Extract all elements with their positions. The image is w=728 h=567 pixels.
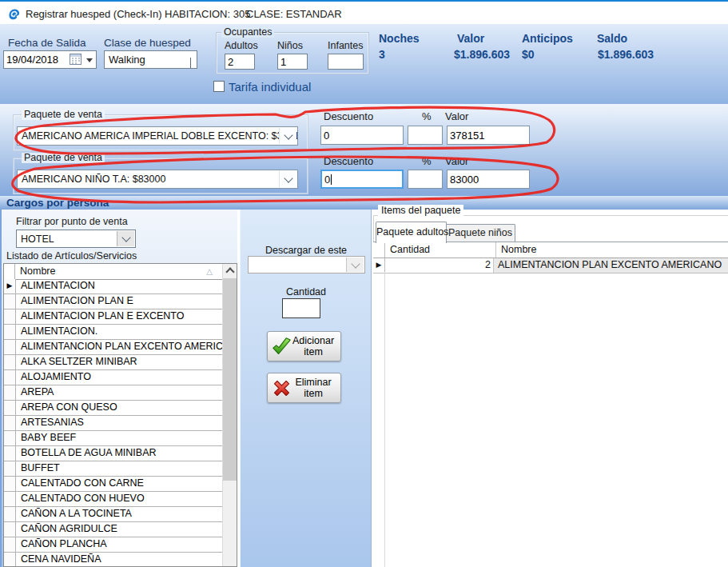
clase-huesped-select[interactable]: Walking — [104, 50, 197, 69]
list-item[interactable]: ▶ALIMENTACION — [4, 279, 223, 294]
paquete-venta-value-2: AMERICANO NIÑO T.A: $83000 — [22, 174, 165, 185]
tarifa-individual-checkbox[interactable] — [213, 81, 225, 92]
cantidad-column-header[interactable]: Cantidad — [385, 242, 496, 258]
tab-paquete-adultos[interactable]: Paquete adultos — [376, 222, 447, 243]
valor-label: Valor — [457, 32, 484, 45]
list-item[interactable]: BABY BEEF — [4, 431, 223, 446]
list-item-label: ALKA SELTZER MINIBAR — [16, 355, 223, 369]
list-item[interactable]: ALKA SELTZER MINIBAR — [4, 355, 223, 370]
descuento-input-2[interactable]: 0 — [320, 170, 404, 189]
list-item[interactable]: CENA NAVIDEÑA — [4, 553, 223, 566]
scrollbar-up-button[interactable] — [223, 264, 237, 278]
list-item[interactable]: ALIMENTACION PLAN E EXCENTO — [4, 309, 223, 325]
list-item[interactable]: AREPA CON QUESO — [4, 401, 223, 416]
paquete-venta-caption-2: Paquete de venta — [22, 153, 105, 163]
list-item[interactable]: CAÑON PLANCHA — [4, 537, 223, 553]
list-item[interactable]: ALIMENTANCION PLAN EXCENTO AMERICANO — [4, 340, 223, 355]
chevron-down-icon[interactable] — [279, 128, 296, 144]
ninos-input[interactable] — [277, 54, 308, 70]
punto-venta-value: HOTEL — [21, 234, 54, 245]
paquete-venta-select-1[interactable]: AMERICANO AMERICA IMPERIAL DOBLE EXCENTO… — [17, 126, 298, 146]
list-item-label: CAÑON AGRIDULCE — [16, 522, 223, 537]
sort-ascending-icon[interactable]: △ — [206, 267, 213, 276]
list-item[interactable]: BUFFET — [4, 461, 223, 477]
adultos-input[interactable] — [225, 54, 255, 70]
valor-label-2: Valor — [445, 155, 468, 167]
list-item[interactable]: AREPA — [4, 385, 223, 401]
cantidad-input[interactable] — [282, 298, 320, 318]
list-item-label: ALIMENTANCION PLAN EXCENTO AMERICANO — [16, 340, 223, 354]
eliminar-item-label: Eliminar item — [292, 377, 334, 399]
list-item-label: CAÑON PLANCHA — [16, 537, 223, 552]
noches-value: 3 — [379, 48, 385, 61]
articulos-list-header[interactable]: Nombre △ — [4, 264, 223, 280]
pct-label-1: % — [422, 110, 432, 122]
top-form-section: Fecha de Salida 19/04/2018 Clase de hues… — [0, 24, 728, 104]
row-selector — [4, 340, 16, 354]
row-selector — [4, 507, 16, 521]
valor-input-1[interactable] — [447, 126, 530, 145]
descuento-label-1: Descuento — [324, 110, 373, 122]
chevron-down-icon[interactable] — [117, 231, 134, 246]
articulos-panel: Filtrar por punto de venta HOTEL Listado… — [0, 210, 237, 567]
items-paquete-label: Items del paquete — [378, 205, 463, 216]
list-item[interactable]: ALOJAMIENTO — [4, 370, 223, 385]
nombre-column-header[interactable]: Nombre — [20, 266, 55, 277]
row-selector: ▶ — [4, 279, 16, 293]
paquete-table-header: Cantidad Nombre — [373, 242, 728, 258]
list-item[interactable]: BOTELLA DE AGUA MINIBAR — [4, 446, 223, 461]
list-item[interactable]: ALIMENTACION PLAN E — [4, 294, 223, 309]
eliminar-item-button[interactable]: Eliminar item — [267, 373, 341, 403]
row-selector — [4, 537, 16, 552]
titlebar: Registrar huesped (Check-In) HABITACION:… — [0, 0, 728, 24]
infantes-label: Infantes — [328, 40, 363, 51]
descuento-label-2: Descuento — [324, 155, 373, 167]
paquete-rows: ▶2ALIMENTANCION PLAN EXCENTO AMERICANO — [373, 258, 728, 274]
chevron-down-icon[interactable] — [279, 171, 296, 187]
list-item[interactable]: ALIMENTACION. — [4, 325, 223, 340]
list-item-label: BUFFET — [16, 461, 223, 476]
pct-input-2[interactable] — [408, 170, 443, 189]
list-item[interactable]: CALENTADO CON CARNE — [4, 477, 223, 492]
date-dropdown-arrow[interactable] — [86, 58, 93, 62]
list-item[interactable]: CALENTADO CON HUEVO — [4, 492, 223, 507]
pct-input-1[interactable] — [408, 126, 443, 145]
tab-paquete-ninos[interactable]: Paquete niños — [445, 224, 515, 243]
row-selector — [4, 522, 16, 537]
paquete-venta-groupbox-1: Paquete de venta AMERICANO AMERICA IMPER… — [13, 114, 308, 151]
valor-input-2[interactable] — [447, 170, 530, 189]
app-icon — [6, 6, 22, 22]
anticipos-label: Anticipos — [522, 32, 573, 45]
inventario-select[interactable] — [248, 256, 365, 274]
anticipos-value: $0 — [522, 48, 535, 61]
cargos-por-persona-header: Cargos por persona — [0, 196, 728, 210]
row-selector — [4, 553, 16, 566]
window-title: Registrar huesped (Check-In) — [26, 8, 162, 20]
nombre-cell: ALIMENTANCION PLAN EXCENTO AMERICANO — [494, 258, 728, 273]
paquete-venta-caption-1: Paquete de venta — [22, 110, 105, 120]
scrollbar-thumb[interactable] — [223, 278, 237, 481]
paquete-venta-select-2[interactable]: AMERICANO NIÑO T.A: $83000 — [17, 170, 298, 189]
list-item-label: AREPA — [16, 385, 223, 400]
list-item-label: ARTESANIAS — [16, 416, 223, 430]
table-row[interactable]: ▶2ALIMENTANCION PLAN EXCENTO AMERICANO — [373, 258, 728, 274]
adicionar-item-button[interactable]: Adicionar item — [267, 331, 341, 361]
x-icon — [271, 377, 292, 399]
list-item[interactable]: ARTESANIAS — [4, 416, 223, 431]
punto-venta-select[interactable]: HOTEL — [16, 230, 136, 248]
list-item[interactable]: CAÑON A LA TOCINETA — [4, 507, 223, 522]
articulos-list: Nombre △ ▶ALIMENTACIONALIMENTACION PLAN … — [3, 263, 237, 567]
nombre-column-header[interactable]: Nombre — [496, 242, 728, 258]
list-item-label: CALENTADO CON CARNE — [16, 477, 223, 491]
infantes-input[interactable] — [328, 54, 364, 70]
chevron-down-icon — [346, 258, 364, 272]
descuento-input-1[interactable] — [320, 126, 404, 145]
list-item[interactable]: CAÑON AGRIDULCE — [4, 522, 223, 537]
calendar-icon[interactable] — [70, 54, 82, 65]
list-scrollbar[interactable] — [222, 264, 237, 566]
descuento-value-2: 0 — [324, 174, 330, 186]
fecha-salida-field[interactable]: 19/04/2018 — [3, 50, 97, 69]
inventario-panel: Descargar de este inventario: Cantidad A… — [240, 210, 372, 567]
selector-column-line — [384, 272, 385, 567]
cargos-main-area: Filtrar por punto de venta HOTEL Listado… — [0, 210, 728, 567]
